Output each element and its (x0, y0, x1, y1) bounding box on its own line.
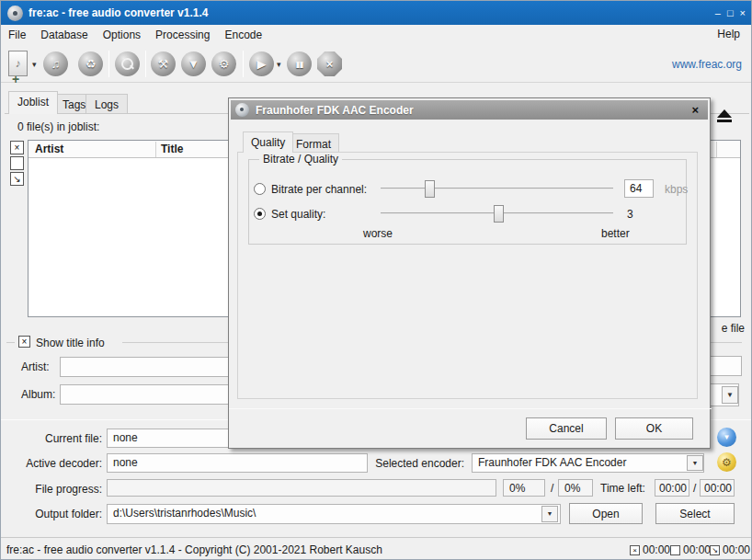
menu-options[interactable]: Options (96, 26, 148, 44)
dialog-tab-format[interactable]: Format (288, 133, 339, 153)
dialog-title: Fraunhofer FDK AAC Encoder (256, 104, 414, 117)
dialog-tab-quality[interactable]: Quality (243, 131, 293, 153)
app-window: fre:ac - free audio converter v1.1.4 – □… (0, 0, 752, 560)
quality-label: Set quality: (271, 208, 325, 221)
status-bar: fre:ac - free audio converter v1.1.4 - C… (1, 537, 751, 560)
eject-disc-icon[interactable] (712, 108, 736, 126)
joblist-count-label: 0 file(s) in joblist: (17, 120, 99, 133)
quality-slider-thumb[interactable] (494, 205, 504, 223)
bitrate-radio[interactable] (254, 183, 266, 195)
quality-value-label: 3 (627, 208, 633, 221)
tab-logs[interactable]: Logs (85, 94, 128, 113)
quality-radio[interactable] (254, 208, 266, 220)
close-icon[interactable]: × (740, 7, 746, 18)
bitrate-unit-label: kbps (665, 183, 688, 196)
output-folder-label: Output folder: (1, 508, 102, 520)
start-encoding-icon[interactable]: ▶ (249, 51, 274, 76)
ok-button[interactable]: OK (615, 417, 693, 440)
scale-worse-label: worse (363, 227, 393, 240)
toolbar: ♪+ ▾ ♫ ♻ ⚒ ▼ ⚙ ▶ ▾ ▮▮ × www.freac.org (1, 45, 751, 83)
output-folder-combo[interactable]: d:\Users\tristanrhodes\Music\ (107, 504, 561, 524)
column-artist[interactable]: Artist (35, 143, 63, 155)
configure-encoder-icon[interactable]: ⚙ (717, 452, 736, 472)
cddb-query-icon[interactable] (115, 51, 140, 76)
add-files-icon[interactable]: ♪+ (8, 51, 28, 76)
minimize-icon[interactable]: – (715, 7, 721, 18)
selected-encoder-combo[interactable]: Fraunhofer FDK AAC Encoder (472, 453, 704, 473)
window-title: fre:ac - free audio converter v1.1.4 (28, 6, 208, 19)
bitrate-slider-thumb[interactable] (425, 180, 435, 198)
file-progress-label: File progress: (1, 483, 102, 496)
scale-better-label: better (601, 227, 630, 240)
total-time-value: 00:00 (723, 543, 750, 556)
current-file-label: Current file: (1, 432, 102, 445)
right-panel-combo-caret-icon[interactable]: ▼ (722, 386, 738, 404)
selected-time-icon: × (630, 545, 640, 555)
processing-options-icon[interactable]: ▼ (181, 51, 206, 76)
active-decoder-label: Active decoder: (1, 457, 102, 470)
app-icon (7, 6, 23, 21)
bitrate-value-field[interactable]: 64 (624, 179, 654, 198)
select-button[interactable]: Select (655, 503, 735, 524)
album-label: Album: (21, 388, 55, 401)
dialog-app-icon (235, 103, 249, 117)
select-toggle-button[interactable]: ↘ (10, 172, 24, 186)
selected-time-value: 00:00 (643, 543, 670, 556)
add-files-dropdown-icon[interactable]: ▾ (32, 60, 37, 69)
slash-separator: / (551, 482, 553, 495)
show-title-info-label: Show title info (36, 337, 105, 349)
dialog-close-icon[interactable]: × (691, 103, 699, 117)
total-time-icon: ↘ (710, 545, 720, 555)
output-folder-caret-icon[interactable]: ▼ (541, 506, 558, 522)
processing-funnel-icon[interactable]: ▼ (717, 428, 736, 447)
file-progress-bar (107, 479, 496, 497)
start-encoding-dropdown-icon[interactable]: ▾ (277, 60, 281, 69)
encoder-config-dialog: Fraunhofer FDK AAC Encoder × Quality For… (228, 97, 711, 449)
cancel-button[interactable]: Cancel (526, 417, 607, 440)
select-all-button[interactable]: × (10, 141, 24, 154)
unselected-time-icon (670, 545, 680, 555)
bitrate-quality-group-label: Bitrate / Quality (259, 153, 342, 166)
percent-file-box: 0% (503, 479, 545, 497)
clear-joblist-icon[interactable]: ♻ (78, 51, 103, 76)
maximize-icon[interactable]: □ (727, 7, 734, 18)
menu-help[interactable]: Help (710, 25, 747, 43)
selected-encoder-label: Selected encoder: (372, 457, 464, 470)
pause-encoding-icon[interactable]: ▮▮ (287, 51, 312, 76)
time-left-label: Time left: (600, 482, 645, 495)
tab-joblist[interactable]: Joblist (8, 91, 58, 114)
dialog-title-bar[interactable]: Fraunhofer FDK AAC Encoder × (231, 100, 708, 120)
menu-database[interactable]: Database (33, 26, 95, 44)
statusbar-text: fre:ac - free audio converter v1.1.4 - C… (6, 543, 382, 556)
active-decoder-field: none (107, 453, 368, 473)
slash-separator: / (693, 482, 696, 495)
percent-total-box: 0% (558, 479, 593, 497)
right-panel-label-fragment: e file (712, 322, 745, 335)
bitrate-slider[interactable] (381, 188, 613, 189)
menu-file[interactable]: File (1, 26, 33, 44)
artist-label: Artist: (21, 360, 50, 373)
stop-encoding-icon[interactable]: × (317, 51, 342, 76)
general-settings-icon[interactable]: ⚒ (151, 51, 176, 76)
encoder-settings-icon[interactable]: ⚙ (211, 51, 236, 76)
menu-encode[interactable]: Encode (217, 26, 269, 44)
selected-encoder-caret-icon[interactable]: ▼ (687, 455, 703, 471)
show-title-info-checkbox[interactable]: × (18, 336, 30, 348)
bitrate-label: Bitrate per channel: (271, 183, 367, 196)
select-none-button[interactable] (10, 156, 24, 170)
menu-processing[interactable]: Processing (148, 26, 217, 44)
add-audio-cd-icon[interactable]: ♫ (43, 51, 68, 76)
freac-website-link[interactable]: www.freac.org (672, 58, 742, 71)
title-bar[interactable]: fre:ac - free audio converter v1.1.4 – □… (1, 1, 751, 25)
time-left-file-box: 00:00 (655, 479, 689, 497)
column-title[interactable]: Title (161, 143, 183, 155)
menu-bar: File Database Options Processing Encode … (1, 25, 751, 45)
unselected-time-value: 00:00 (683, 543, 711, 556)
time-left-total-box: 00:00 (700, 479, 735, 497)
open-button[interactable]: Open (569, 503, 643, 524)
